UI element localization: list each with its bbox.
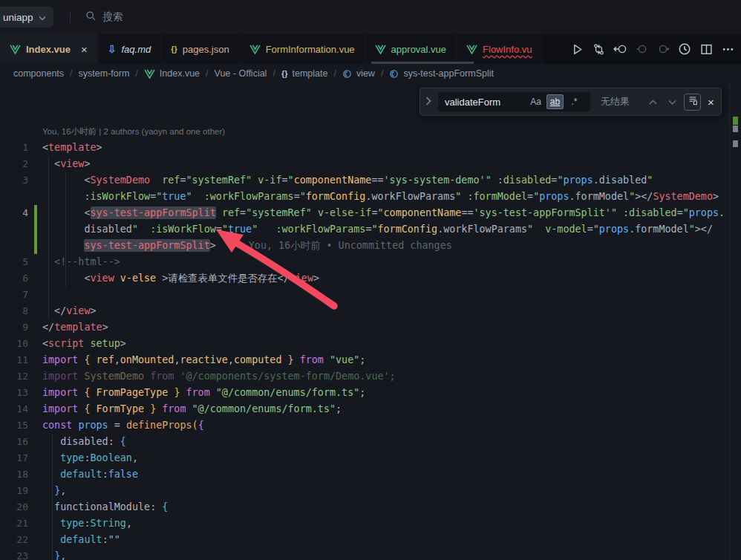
line-number[interactable]: 17 [0,450,28,466]
code-line-18[interactable]: 18 default:false [0,466,729,483]
code-line-17[interactable]: 17 type:Boolean, [0,450,729,466]
code-line-12[interactable]: 12import SystemDemo from '@/components/s… [0,368,729,385]
vue-icon [144,69,155,79]
overview-ruler[interactable] [730,83,741,560]
code-text: default:false [0,466,729,483]
timeline-button[interactable] [677,42,692,56]
line-number[interactable]: 20 [0,499,28,515]
line-number[interactable]: 19 [0,483,28,499]
line-number[interactable]: 14 [0,401,28,417]
line-number[interactable]: 21 [0,515,28,532]
find-input[interactable] [445,97,525,108]
tab-FlowInfo.vu[interactable]: FlowInfo.vu [457,34,542,64]
breadcrumb-item-sys-test-appFormSplit[interactable]: sys-test-appFormSplit [389,68,494,79]
tab-Index.vue[interactable]: Index.vue× [0,34,98,64]
breadcrumb: components/system-form/Index.vue/Vue - O… [0,64,741,83]
line-number[interactable]: 16 [0,434,28,450]
toggle-replace-button[interactable] [423,92,434,111]
code-line-4-wrap2[interactable]: sys-test-appFormSplit>You, 16小时前 • Uncom… [0,238,729,254]
line-number[interactable]: 6 [0,270,28,287]
match-case-button[interactable]: Aa [527,94,544,109]
regex-button[interactable]: .* [566,94,583,109]
previous-match-button[interactable] [645,94,660,109]
line-number[interactable]: 5 [0,254,28,270]
line-number[interactable]: 8 [0,303,28,319]
close-icon[interactable]: × [81,44,88,55]
breadcrumb-item-view[interactable]: view [342,68,375,79]
line-number[interactable]: 3 [0,172,28,189]
close-find-button[interactable]: × [708,96,714,108]
chevron-down-icon [39,12,46,23]
code-line-3[interactable]: 3 <SystemDemo ref="systemRef" v-if="comp… [0,172,729,189]
tab-FormInformation.vue[interactable]: FormInformation.vue [240,34,365,64]
line-number[interactable]: 2 [0,156,28,172]
line-number[interactable]: 22 [0,532,28,548]
line-number[interactable]: 9 [0,319,28,336]
code-line-16[interactable]: 16 disabled: { [0,434,729,450]
ruler-mark [733,126,738,132]
line-number[interactable]: 18 [0,466,28,483]
git-compare-button[interactable] [591,42,606,56]
tab-scrollbar[interactable] [371,62,474,64]
find-in-selection-button[interactable] [684,94,701,111]
code-line-22[interactable]: 22 default:"" [0,532,729,548]
vue-icon [375,45,386,54]
line-number[interactable]: 15 [0,417,28,434]
code-line-21[interactable]: 21 type:String, [0,515,729,532]
line-number[interactable]: 1 [0,140,28,156]
md-arrow-icon: ⇩ [108,44,117,54]
codelens-blame[interactable]: You, 16小时前 | 2 authors (yaoyn and one ot… [0,123,729,140]
breadcrumb-item-system-form[interactable]: system-form [79,68,130,79]
code-line-14[interactable]: 14import { FormType } from "@/common/enu… [0,401,729,417]
code-line-4[interactable]: 4 <sys-test-appFormSplit ref="systemRef"… [0,205,729,221]
line-number[interactable]: 23 [0,548,28,560]
tab-faq.md[interactable]: ⇩faq.md [98,34,161,64]
split-editor-button[interactable] [699,42,714,56]
line-number[interactable]: 13 [0,385,28,401]
tab-pages.json[interactable]: {}pages.json [161,34,239,64]
next-match-button[interactable] [665,94,679,109]
code-line-20[interactable]: 20 functionalModule: { [0,499,729,515]
breadcrumb-item-components[interactable]: components [13,68,64,79]
line-number[interactable]: 11 [0,352,28,368]
code-line-7[interactable]: 7 [0,287,729,303]
code-line-23[interactable]: 23 }, [0,548,729,560]
run-button[interactable] [569,42,584,56]
breadcrumb-item-Index.vue[interactable]: Index.vue [144,68,200,79]
back-circle-button[interactable] [613,42,627,56]
breadcrumb-item-template[interactable]: {}template [281,68,328,79]
chevron-down-icon [668,95,676,108]
code-line-5[interactable]: 5 <!--html--> [0,254,729,270]
code-line-4-wrap1[interactable]: disabled" :isWorkFlow="true" :workFlowPa… [0,221,729,238]
more-actions-button[interactable] [720,42,735,56]
line-number[interactable]: 7 [0,287,28,303]
tab-approval.vue[interactable]: approval.vue [365,34,457,64]
code-line-6[interactable]: 6 <view v-else >请检查表单文件是否存在</view> [0,270,729,287]
code-line-8[interactable]: 8 </view> [0,303,729,319]
code-line-13[interactable]: 13import { FromPageType } from "@/common… [0,385,729,401]
project-selector[interactable]: uniapp [0,7,53,27]
code-text: default:"" [0,532,729,548]
next-change-button[interactable] [656,42,670,56]
global-search[interactable]: 搜索 [85,10,123,24]
editor[interactable]: You, 16小时前 | 2 authors (yaoyn and one ot… [0,83,741,560]
code-line-2[interactable]: 2 <view> [0,156,729,172]
code-area[interactable]: You, 16小时前 | 2 authors (yaoyn and one ot… [0,123,729,560]
vue-icon [466,45,477,54]
code-line-10[interactable]: 10<script setup> [0,336,729,352]
code-line-1[interactable]: 1<template> [0,140,729,156]
tab-label: approval.vue [391,44,446,55]
code-line-3-wrap1[interactable]: :isWorkFlow="true" :workFlowParams="form… [0,189,729,205]
line-number[interactable]: 4 [0,205,28,221]
code-line-9[interactable]: 9</template> [0,319,729,336]
code-line-11[interactable]: 11import { ref,onMounted,reactive,comput… [0,352,729,368]
code-line-19[interactable]: 19 }, [0,483,729,499]
code-line-15[interactable]: 15const props = defineProps({ [0,417,729,434]
whole-word-button[interactable]: ab [546,94,564,109]
line-number[interactable]: 10 [0,336,28,352]
breadcrumb-item-Vue - Official[interactable]: Vue - Official [215,68,267,79]
breadcrumb-label: system-form [79,68,130,79]
previous-change-button[interactable] [634,42,649,56]
code-text: type:String, [0,515,729,532]
find-input-box[interactable]: Aa ab .* [438,92,590,111]
